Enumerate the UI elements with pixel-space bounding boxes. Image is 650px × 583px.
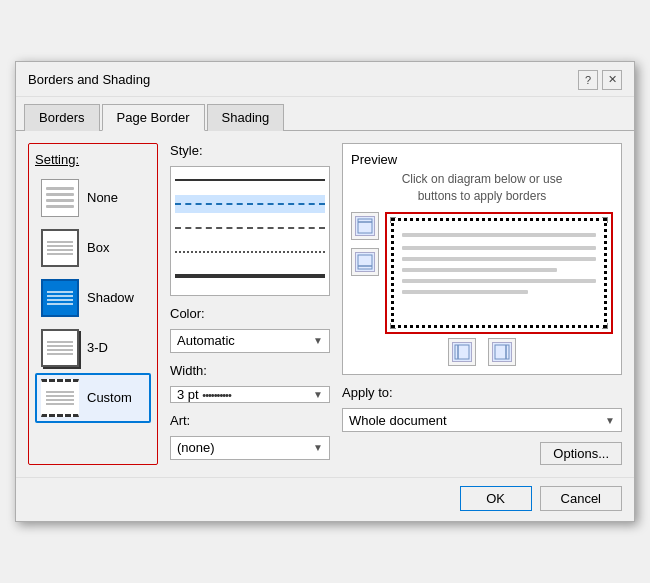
preview-left-buttons bbox=[351, 212, 379, 276]
setting-shadow-icon bbox=[41, 279, 79, 317]
setting-custom-icon bbox=[41, 379, 79, 417]
setting-box[interactable]: Box bbox=[35, 223, 151, 273]
borders-shading-dialog: Borders and Shading ? ✕ Borders Page Bor… bbox=[15, 61, 635, 523]
dialog-content: Setting: None bbox=[16, 131, 634, 478]
preview-line-1 bbox=[402, 233, 596, 237]
right-border-icon bbox=[492, 342, 512, 362]
preview-line-6 bbox=[402, 290, 528, 294]
ok-button[interactable]: OK bbox=[460, 486, 532, 511]
title-bar: Borders and Shading ? ✕ bbox=[16, 62, 634, 97]
setting-none-icon bbox=[41, 179, 79, 217]
tab-shading[interactable]: Shading bbox=[207, 104, 285, 131]
right-panel: Preview Click on diagram below or usebut… bbox=[342, 143, 622, 466]
options-button-container: Options... bbox=[342, 442, 622, 465]
svg-rect-0 bbox=[358, 219, 372, 233]
style-dotted[interactable] bbox=[175, 243, 325, 261]
svg-rect-4 bbox=[455, 345, 469, 359]
style-solid[interactable] bbox=[175, 171, 325, 189]
setting-shadow[interactable]: Shadow bbox=[35, 273, 151, 323]
preview-area bbox=[351, 212, 613, 334]
width-section: Width: 3 pt •••••••••• ▼ bbox=[170, 363, 330, 403]
color-section: Color: Automatic ▼ bbox=[170, 306, 330, 353]
setting-custom[interactable]: Custom bbox=[35, 373, 151, 423]
setting-label: Setting: bbox=[35, 152, 151, 167]
tab-bar: Borders Page Border Shading bbox=[16, 97, 634, 131]
close-button[interactable]: ✕ bbox=[602, 70, 622, 90]
preview-line-4 bbox=[402, 268, 557, 272]
style-label: Style: bbox=[170, 143, 330, 158]
width-value: 3 pt •••••••••• bbox=[177, 387, 231, 402]
apply-to-value: Whole document bbox=[349, 413, 447, 428]
apply-to-select[interactable]: Whole document ▼ bbox=[342, 408, 622, 432]
color-select[interactable]: Automatic ▼ bbox=[170, 329, 330, 353]
setting-box-label: Box bbox=[87, 240, 109, 255]
corner-tr bbox=[602, 217, 608, 223]
preview-doc-container[interactable] bbox=[385, 212, 613, 334]
art-value: (none) bbox=[177, 440, 215, 455]
tab-page-border[interactable]: Page Border bbox=[102, 104, 205, 131]
art-section: Art: (none) ▼ bbox=[170, 413, 330, 460]
preview-right-side-button[interactable] bbox=[488, 338, 516, 366]
apply-to-arrow: ▼ bbox=[605, 415, 615, 426]
art-arrow: ▼ bbox=[313, 442, 323, 453]
style-dashed[interactable] bbox=[175, 219, 325, 237]
preview-section: Preview Click on diagram below or usebut… bbox=[342, 143, 622, 376]
color-label: Color: bbox=[170, 306, 330, 321]
corner-bl bbox=[390, 323, 396, 329]
preview-line-3 bbox=[402, 257, 596, 261]
preview-line-2 bbox=[402, 246, 596, 250]
preview-bottom-buttons bbox=[351, 338, 613, 366]
help-button[interactable]: ? bbox=[578, 70, 598, 90]
width-dots: •••••••••• bbox=[202, 389, 231, 401]
width-label: Width: bbox=[170, 363, 330, 378]
apply-to-label: Apply to: bbox=[342, 385, 622, 400]
width-arrow: ▼ bbox=[313, 389, 323, 400]
cancel-button[interactable]: Cancel bbox=[540, 486, 622, 511]
color-value: Automatic bbox=[177, 333, 235, 348]
setting-3d-label: 3-D bbox=[87, 340, 108, 355]
dialog-title: Borders and Shading bbox=[28, 72, 150, 87]
preview-hint: Click on diagram below or usebuttons to … bbox=[351, 171, 613, 205]
middle-panel: Style: bbox=[170, 143, 330, 466]
preview-document bbox=[391, 218, 607, 328]
setting-box-icon bbox=[41, 229, 79, 267]
preview-line-5 bbox=[402, 279, 596, 283]
preview-left-side-button[interactable] bbox=[448, 338, 476, 366]
style-section: Style: bbox=[170, 143, 330, 296]
svg-rect-6 bbox=[495, 345, 509, 359]
setting-none-label: None bbox=[87, 190, 118, 205]
preview-top-button[interactable] bbox=[351, 212, 379, 240]
setting-panel: Setting: None bbox=[28, 143, 158, 466]
apply-to-section: Apply to: Whole document ▼ bbox=[342, 385, 622, 432]
top-border-icon bbox=[355, 216, 375, 236]
color-arrow: ▼ bbox=[313, 335, 323, 346]
width-select[interactable]: 3 pt •••••••••• ▼ bbox=[170, 386, 330, 403]
style-thick[interactable] bbox=[175, 267, 325, 285]
art-select[interactable]: (none) ▼ bbox=[170, 436, 330, 460]
setting-none[interactable]: None bbox=[35, 173, 151, 223]
style-list[interactable] bbox=[170, 166, 330, 296]
options-button[interactable]: Options... bbox=[540, 442, 622, 465]
setting-custom-label: Custom bbox=[87, 390, 132, 405]
setting-3d[interactable]: 3-D bbox=[35, 323, 151, 373]
preview-bottom-button[interactable] bbox=[351, 248, 379, 276]
art-label: Art: bbox=[170, 413, 330, 428]
left-border-icon bbox=[452, 342, 472, 362]
bottom-bar: OK Cancel bbox=[16, 477, 634, 521]
corner-tl bbox=[390, 217, 396, 223]
preview-title: Preview bbox=[351, 152, 613, 167]
style-options bbox=[171, 167, 329, 289]
title-bar-controls: ? ✕ bbox=[578, 70, 622, 90]
svg-rect-2 bbox=[358, 255, 372, 269]
style-dashed-selected[interactable] bbox=[175, 195, 325, 213]
tab-borders[interactable]: Borders bbox=[24, 104, 100, 131]
setting-shadow-label: Shadow bbox=[87, 290, 134, 305]
setting-3d-icon bbox=[41, 329, 79, 367]
bottom-border-icon bbox=[355, 252, 375, 272]
corner-br bbox=[602, 323, 608, 329]
